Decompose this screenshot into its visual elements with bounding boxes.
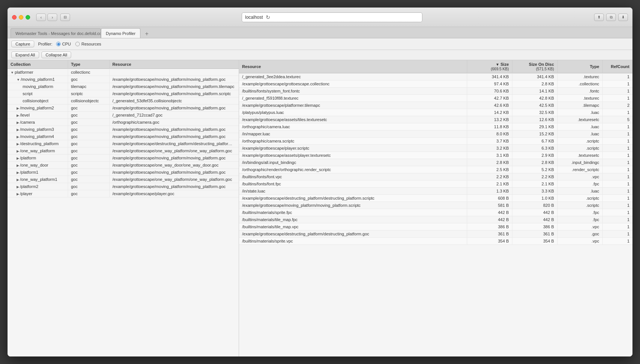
table-row[interactable]: /example/grottoescape/moving_platform/mo…	[239, 202, 632, 209]
table-row[interactable]: /example/grottoescape/assets/tiles.textu…	[239, 116, 632, 123]
expand-icon[interactable]: ▶	[17, 128, 19, 132]
col-refcount[interactable]: RefCount	[602, 60, 632, 73]
expand-icon[interactable]: ▶	[17, 185, 19, 189]
table-row[interactable]: /in/bindings/all.input_bindingc2.8 KB2.8…	[239, 159, 632, 166]
table-row[interactable]: collisionobjectcollisionobjectc/_generat…	[8, 97, 239, 105]
table-row[interactable]: /orthographic/render/orthographic.render…	[239, 166, 632, 173]
tab-webmaster[interactable]: Webmaster Tools - Messages for doc.defol…	[11, 28, 101, 38]
expand-icon[interactable]: ▶	[17, 142, 19, 146]
resource-cell: /example/grottoescape/moving_platform/mo…	[109, 90, 239, 97]
refcount-cell: 1	[602, 73, 632, 80]
col-type[interactable]: Type	[68, 60, 109, 69]
table-row[interactable]: /builtins/materials/tile_map.fpc442 B442…	[239, 216, 632, 223]
type-cell: tilemapc	[68, 83, 109, 90]
col-resource-r[interactable]: Resource	[239, 60, 467, 73]
table-row[interactable]: ▶/moving_platform4goc/example/grottoesca…	[8, 133, 239, 140]
size-cell: 386 B	[467, 223, 512, 231]
table-row[interactable]: ▶/cameragoc/orthographic/camera.goc	[8, 119, 239, 126]
forward-button[interactable]: ›	[47, 14, 57, 21]
table-row[interactable]: ▶/platform2goc/example/grottoescape/movi…	[8, 183, 239, 190]
table-row[interactable]: /builtins/materials/sprite.vpc354 B354 B…	[239, 238, 632, 245]
table-row[interactable]: ▶/playergoc/example/grottoescape/player.…	[8, 190, 239, 197]
resources-radio-option[interactable]: Resources	[75, 42, 101, 46]
table-row[interactable]: /in/state.luac1.3 KB3.3 KB.luac1	[239, 188, 632, 195]
type-cell: .input_bindingc	[557, 159, 602, 166]
table-row[interactable]: /example/grottoescape/grottoescape.colle…	[239, 80, 632, 88]
table-row[interactable]: ▶/destructing_platformgoc/example/grotto…	[8, 140, 239, 147]
expand-icon[interactable]: ▼	[17, 78, 20, 82]
table-row[interactable]: ▼/moving_platform1goc/example/grottoesca…	[8, 76, 239, 83]
table-row[interactable]: ▶/moving_platform3goc/example/grottoesca…	[8, 126, 239, 133]
resource-cell: /example/grottoescape/moving_platform/mo…	[109, 105, 239, 112]
table-row[interactable]: /orthographic/camera.luac11.8 KB29.1 KB.…	[239, 123, 632, 130]
table-row[interactable]: /example/grottoescape/platformer.tilemap…	[239, 102, 632, 109]
capture-button[interactable]: Capture	[11, 41, 34, 47]
col-size[interactable]: ▼Size(669.5 KB)	[467, 60, 512, 73]
collection-cell: ▶/moving_platform2	[8, 105, 68, 112]
col-type-r[interactable]: Type	[557, 60, 602, 73]
expand-icon[interactable]: ▶	[17, 106, 19, 110]
left-table-scroll[interactable]: Collection Type Resource ▼platformercoll…	[8, 60, 239, 356]
expand-icon[interactable]: ▶	[17, 135, 19, 139]
col-resource[interactable]: Resource	[109, 60, 239, 69]
collapse-all-button[interactable]: Collapse All	[41, 52, 71, 58]
table-row[interactable]: /_generated_3ee2ddea.texturec341.4 KB341…	[239, 73, 632, 80]
table-row[interactable]: /example/grottoescape/assets/player.text…	[239, 152, 632, 159]
table-row[interactable]: ▶/one_way_platformgoc/example/grottoesca…	[8, 147, 239, 155]
table-row[interactable]: ▶/platformgoc/example/grottoescape/movin…	[8, 155, 239, 162]
expand-icon[interactable]: ▶	[17, 171, 19, 174]
table-row[interactable]: /in/mapper.luac8.0 KB15.2 KB.luac1	[239, 130, 632, 138]
type-cell: goc	[68, 169, 109, 176]
table-row[interactable]: moving_platformtilemapc/example/grottoes…	[8, 83, 239, 90]
collection-cell: ▶/level	[8, 112, 68, 119]
tab-add-button[interactable]: +	[142, 30, 152, 38]
sidebar-button[interactable]: ⊟	[60, 14, 70, 21]
expand-icon[interactable]: ▶	[17, 156, 19, 160]
refresh-icon[interactable]: ↻	[266, 14, 270, 20]
col-size-disc[interactable]: Size On Disc(571.5 KB)	[512, 60, 557, 73]
address-bar[interactable]: localhost ↻	[242, 12, 422, 22]
table-row[interactable]: /example/grottoescape/player.scriptc3.2 …	[239, 145, 632, 152]
share-button[interactable]: ⬆	[594, 14, 604, 21]
resource-cell: /builtins/fonts/font.fpc	[239, 180, 467, 188]
table-row[interactable]: /example/grottoescape/destructing_platfo…	[239, 195, 632, 202]
table-row[interactable]: /orthographic/camera.scriptc3.7 KB6.7 KB…	[239, 138, 632, 145]
expand-icon[interactable]: ▼	[11, 71, 14, 74]
table-row[interactable]: ▶/levelgoc/_generated_712ccad7.goc	[8, 112, 239, 119]
expand-all-button[interactable]: Expand All	[11, 52, 39, 58]
table-row[interactable]: ▶/one_way_doorgoc/example/grottoescape/o…	[8, 162, 239, 169]
expand-icon[interactable]: ▶	[17, 149, 19, 153]
col-collection[interactable]: Collection	[8, 60, 68, 69]
size-cell: 2.8 KB	[467, 159, 512, 166]
expand-icon[interactable]: ▶	[17, 121, 19, 124]
extensions-button[interactable]: ⬇	[618, 14, 628, 21]
table-row[interactable]: ▶/platform1goc/example/grottoescape/movi…	[8, 169, 239, 176]
minimize-button[interactable]	[19, 15, 23, 20]
table-row[interactable]: /builtins/fonts/system_font.fontc70.6 KB…	[239, 88, 632, 95]
collection-cell: ▶/moving_platform4	[8, 133, 68, 140]
expand-icon[interactable]: ▶	[17, 178, 19, 182]
table-row[interactable]: scriptscriptc/example/grottoescape/movin…	[8, 90, 239, 97]
table-row[interactable]: /example/grottoescape/destructing_platfo…	[239, 231, 632, 238]
cpu-radio-dot[interactable]	[56, 42, 61, 46]
close-button[interactable]	[12, 15, 17, 20]
new-tab-button[interactable]: ⧉	[606, 14, 616, 21]
table-row[interactable]: /builtins/materials/sprite.fpc442 B442 B…	[239, 209, 632, 216]
table-row[interactable]: ▶/moving_platform2goc/example/grottoesca…	[8, 105, 239, 112]
cpu-radio-option[interactable]: CPU	[56, 42, 71, 46]
maximize-button[interactable]	[26, 15, 30, 20]
back-button[interactable]: ‹	[36, 14, 46, 21]
expand-icon[interactable]: ▶	[17, 164, 19, 167]
table-row[interactable]: /builtins/fonts/font.vpc2.2 KB2.2 KB.vpc…	[239, 173, 632, 180]
table-row[interactable]: /_generated_f5910f88.texturec42.7 KB42.8…	[239, 95, 632, 102]
table-row[interactable]: /builtins/fonts/font.fpc2.1 KB2.1 KB.fpc…	[239, 180, 632, 188]
tab-dynamo[interactable]: Dynamo Profiler	[101, 28, 140, 38]
expand-icon[interactable]: ▶	[17, 114, 19, 117]
resources-radio-dot[interactable]	[75, 42, 80, 46]
table-row[interactable]: ▶/one_way_platform1goc/example/grottoesc…	[8, 176, 239, 183]
table-row[interactable]: ▼platformercollectionc	[8, 69, 239, 76]
expand-icon[interactable]: ▶	[17, 192, 19, 196]
table-row[interactable]: /platypus/platypus.luac14.2 KB32.5 KB.lu…	[239, 109, 632, 116]
table-row[interactable]: /builtins/materials/tile_map.vpc386 B386…	[239, 223, 632, 231]
right-table-scroll[interactable]: Resource ▼Size(669.5 KB) Size On Disc(57…	[239, 60, 632, 356]
